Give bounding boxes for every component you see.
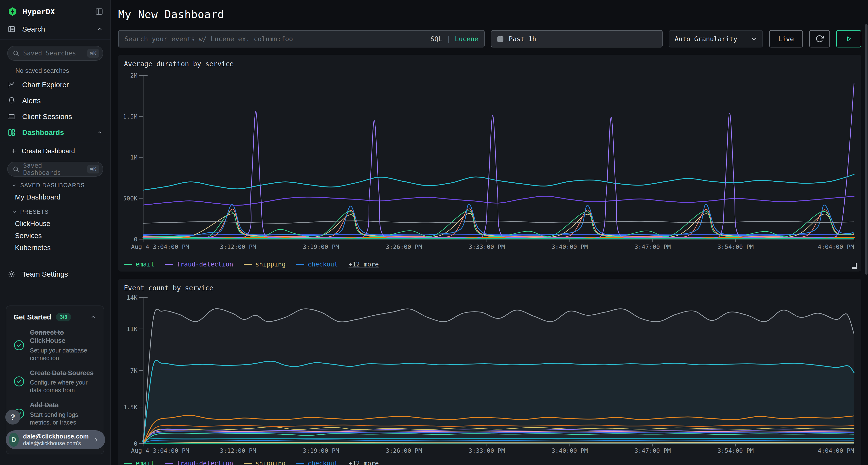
saved-dashboards-section-header[interactable]: SAVED DASHBOARDS <box>0 179 111 191</box>
chart-legend: emailfraud-detectionshippingcheckout+12 … <box>124 260 856 269</box>
get-started-progress-badge: 3/3 <box>56 313 71 322</box>
legend-swatch <box>165 463 173 464</box>
user-org: dale@clickhouse.com's <box>23 440 89 447</box>
legend-item[interactable]: shipping <box>244 261 285 268</box>
legend-item[interactable]: email <box>124 261 154 268</box>
legend-label: email <box>135 261 154 268</box>
chart-average-duration: 0500K1M1.5M2MAug 4 3:04:00 PM3:12:00 PM3… <box>124 71 856 260</box>
get-started-item[interactable]: Connect to ClickHouse Set up your databa… <box>13 329 96 362</box>
legend-label: email <box>135 460 154 465</box>
create-dashboard-label: Create Dashboard <box>22 147 75 155</box>
saved-dashboards-placeholder: Saved Dashboards <box>23 162 84 176</box>
chart-title: Event count by service <box>124 284 856 292</box>
svg-text:3:12:00 PM: 3:12:00 PM <box>220 447 256 454</box>
svg-text:0: 0 <box>134 440 137 447</box>
search-section-icon <box>8 25 17 33</box>
sidebar-item-kubernetes[interactable]: Kubernetes <box>0 242 111 254</box>
legend-item[interactable]: email <box>124 460 154 465</box>
legend-item[interactable]: fraud-detection <box>165 460 233 465</box>
page-title: My New Dashboard <box>118 8 861 21</box>
sidebar-item-chart-explorer[interactable]: Chart Explorer <box>0 77 111 93</box>
time-range-input[interactable]: Past 1h <box>491 30 662 47</box>
chevron-up-icon[interactable] <box>90 314 96 320</box>
chevron-down-icon <box>11 182 17 188</box>
chart-title: Average duration by service <box>124 60 856 68</box>
refresh-button[interactable] <box>809 30 830 47</box>
presets-section-header[interactable]: PRESETS <box>0 206 111 218</box>
legend-label: shipping <box>255 261 285 268</box>
legend-item[interactable]: checkout <box>296 460 338 465</box>
svg-text:3:26:00 PM: 3:26:00 PM <box>386 447 422 454</box>
chevron-up-icon <box>97 26 103 32</box>
svg-text:2M: 2M <box>130 72 137 79</box>
svg-text:1.5M: 1.5M <box>124 113 137 120</box>
get-started-item-title: Connect to ClickHouse <box>30 329 65 344</box>
chart-explorer-icon <box>8 81 17 89</box>
get-started-item-title: Add Data <box>30 401 59 409</box>
legend-swatch <box>244 463 252 464</box>
saved-searches-input[interactable]: Saved Searches ⌘K <box>7 46 103 61</box>
legend-more[interactable]: +12 more <box>349 261 379 268</box>
panel-resize-handle[interactable] <box>852 263 858 269</box>
granularity-value: Auto Granularity <box>675 35 737 43</box>
legend-more[interactable]: +12 more <box>349 460 379 465</box>
legend-swatch <box>124 264 132 265</box>
scrollbar[interactable] <box>865 24 868 275</box>
kbd-shortcut: ⌘K <box>87 165 100 173</box>
svg-text:3:33:00 PM: 3:33:00 PM <box>469 243 505 250</box>
no-saved-searches-text: No saved searches <box>0 61 111 77</box>
sidebar-item-my-dashboard[interactable]: My Dashboard <box>0 191 111 203</box>
legend-label: shipping <box>255 460 285 465</box>
dashboard-link-label: My Dashboard <box>15 193 61 201</box>
sidebar-item-team-settings[interactable]: Team Settings <box>0 266 111 282</box>
legend-item[interactable]: checkout <box>296 261 338 268</box>
events-search-input[interactable]: Search your events w/ Lucene ex. column:… <box>118 30 485 47</box>
collapse-sidebar-icon[interactable] <box>95 7 103 16</box>
sidebar-item-alerts[interactable]: Alerts <box>0 93 111 109</box>
legend-swatch <box>124 463 132 464</box>
chevron-down-icon <box>11 209 17 214</box>
sidebar-item-label: Team Settings <box>22 270 68 278</box>
sidebar-item-dashboards[interactable]: Dashboards <box>0 125 111 140</box>
svg-text:3.5K: 3.5K <box>124 404 137 411</box>
saved-dashboards-input[interactable]: Saved Dashboards ⌘K <box>7 162 103 176</box>
get-started-item[interactable]: Create Data Sources Configure where your… <box>13 369 96 394</box>
user-menu[interactable]: D dale@clickhouse.com dale@clickhouse.co… <box>6 430 105 449</box>
preset-label: Kubernetes <box>15 244 51 252</box>
chart-legend: emailfraud-detectionshippingcheckout+12 … <box>124 459 856 465</box>
run-query-button[interactable] <box>836 30 861 47</box>
svg-text:3:33:00 PM: 3:33:00 PM <box>469 447 505 454</box>
check-circle-icon <box>13 376 25 387</box>
svg-text:3:54:00 PM: 3:54:00 PM <box>717 243 754 250</box>
lucene-mode-toggle[interactable]: Lucene <box>455 35 478 43</box>
svg-text:14K: 14K <box>127 295 137 301</box>
get-started-item-desc: Configure where your data comes from <box>30 378 96 394</box>
live-button[interactable]: Live <box>769 30 803 47</box>
chart-event-count: 03.5K7K11K14KAug 4 3:04:00 PM3:12:00 PM3… <box>124 295 856 459</box>
granularity-select[interactable]: Auto Granularity <box>669 30 763 47</box>
search-icon <box>12 166 19 172</box>
hyperdx-logo-icon <box>8 7 18 16</box>
legend-item[interactable]: shipping <box>244 460 285 465</box>
sidebar-item-services[interactable]: Services <box>0 230 111 242</box>
search-icon <box>12 50 19 57</box>
sql-mode-toggle[interactable]: SQL <box>430 35 442 43</box>
avatar: D <box>9 433 19 447</box>
sidebar-item-clickhouse[interactable]: ClickHouse <box>0 218 111 230</box>
user-email: dale@clickhouse.com <box>23 433 89 440</box>
preset-label: ClickHouse <box>15 220 51 228</box>
svg-text:3:40:00 PM: 3:40:00 PM <box>552 243 588 250</box>
chevron-up-icon <box>97 130 103 135</box>
brand-title: HyperDX <box>23 7 90 16</box>
get-started-item[interactable]: Add Data Start sending logs, metrics, or… <box>13 401 96 426</box>
check-circle-icon <box>13 340 25 351</box>
sidebar-item-client-sessions[interactable]: Client Sessions <box>0 109 111 125</box>
sidebar-item-search[interactable]: Search <box>0 21 111 38</box>
legend-item[interactable]: fraud-detection <box>165 261 233 268</box>
gear-icon <box>8 270 17 278</box>
create-dashboard-button[interactable]: Create Dashboard <box>0 144 111 158</box>
help-button[interactable]: ? <box>5 409 20 425</box>
legend-label: checkout <box>308 460 338 465</box>
svg-text:0: 0 <box>134 236 137 243</box>
dashboards-grid-icon <box>8 129 17 136</box>
